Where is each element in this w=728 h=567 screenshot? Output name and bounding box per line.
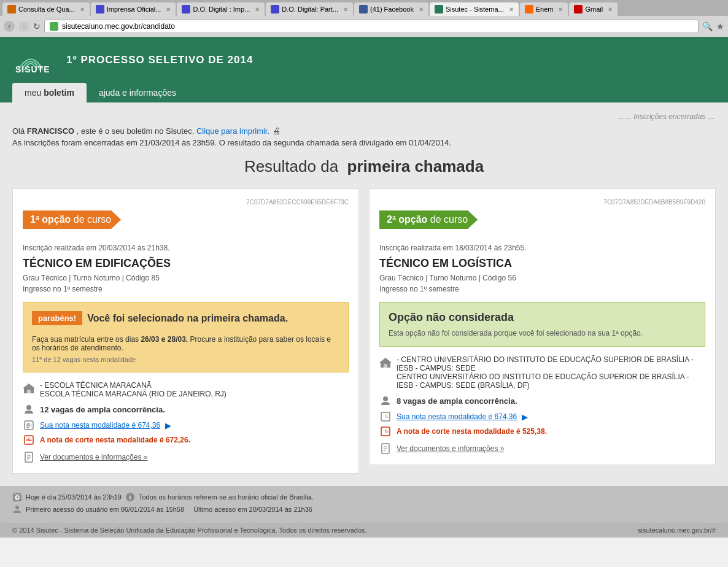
nav-tabs-bar: meu boletim ajuda e informações	[0, 83, 728, 102]
tab-icon-do2	[271, 5, 279, 14]
browser-nav-bar: ‹ › ↻ sisutecaluno.mec.gov.br/candidato …	[0, 16, 728, 37]
option1-nota-link[interactable]: Sua nota nesta modalidade é 674,36	[40, 421, 160, 430]
tab-label-enem: Enem	[536, 6, 554, 13]
tab-consulta[interactable]: Consulta de Qua... ✕	[2, 2, 90, 16]
option2-hash: 7C07D7A852DEDA6B8B5B9F9D420	[379, 199, 705, 206]
tab-do1[interactable]: D.O. Digital : Imp... ✕	[177, 2, 265, 16]
corte-icon-1	[23, 434, 35, 446]
option1-course-details: Grau Técnico | Turno Noturno | Código 85	[23, 274, 349, 282]
svg-point-13	[383, 396, 388, 401]
tab-close-sisutec[interactable]: ✕	[509, 6, 514, 13]
tab-ajuda[interactable]: ajuda e informações	[87, 83, 188, 102]
footer-bar: Hoje é dia 25/03/2014 às 23h19 i Todos o…	[0, 486, 728, 523]
doc-icon-2	[379, 442, 392, 455]
option1-selected-title: Você foi selecionado na primeira chamada…	[87, 313, 288, 324]
svg-marker-11	[379, 358, 392, 363]
result-highlight: primeira chamada	[347, 157, 484, 176]
primeiro-acesso-text: Primeiro acesso do usuário em 06/01/2014…	[26, 506, 184, 513]
tab-icon-consulta	[7, 5, 16, 14]
tab-sisutec[interactable]: Sisutec - Sistema... ✕	[430, 2, 519, 16]
browser-chrome: Consulta de Qua... ✕ Imprensa Oficial...…	[0, 0, 728, 37]
option2-corte-row: A nota de corte nesta modalidade é 525,3…	[379, 425, 705, 438]
zoom-icon[interactable]: 🔍	[702, 21, 713, 31]
tab-label-consulta: Consulta de Qua...	[18, 6, 75, 13]
tab-ajuda-label: ajuda e informações	[99, 88, 176, 98]
option1-badge: 1ª opção de curso	[23, 210, 121, 229]
alert-bar: ...... Inscrições encerradas ....	[12, 110, 716, 126]
tab-icon-sisutec	[435, 5, 443, 14]
option1-vagas-text: 12 vagas de ampla concorrência.	[40, 405, 165, 414]
user-icon-footer	[12, 504, 22, 514]
tab-close-do2[interactable]: ✕	[343, 6, 348, 13]
footer-bottom-inner: © 2014 Sisutec - Sistema de Seleção Unif…	[12, 526, 716, 534]
tab-label-imprensa: Imprensa Oficial...	[107, 6, 161, 13]
svg-rect-12	[384, 364, 387, 368]
tab-do2[interactable]: D.O. Digital: Part... ✕	[266, 2, 353, 16]
option1-school-name: - ESCOLA TÉCNICA MARACANÃ ESCOLA TÉCNICA…	[40, 381, 227, 398]
bookmark-icon[interactable]: ★	[716, 21, 724, 31]
print-link[interactable]: Clique para imprimir.	[196, 126, 269, 136]
tab-gmail[interactable]: Gmail ✕	[569, 2, 618, 16]
option2-column: 7C07D7A852DEDA6B8B5B9F9D420 2ª opção de …	[369, 188, 716, 474]
tab-close-consulta[interactable]: ✕	[80, 6, 85, 13]
svg-marker-2	[23, 384, 35, 388]
tab-close-facebook[interactable]: ✕	[419, 6, 424, 13]
address-bar[interactable]: sisutecaluno.mec.gov.br/candidato	[44, 20, 699, 33]
option1-course-semester: Ingresso no 1º semestre	[23, 285, 349, 293]
result-title: Resultado da primeira chamada	[12, 157, 716, 176]
option1-doc-link[interactable]: Ver documentos e informações »	[40, 453, 147, 461]
header-title-text: 1º PROCESSO SELETIVO DE 2014	[66, 54, 253, 66]
option1-parabens-badge: parabéns!	[32, 311, 82, 325]
option2-vagas-row: 8 vagas de ampla concorrência.	[379, 395, 705, 407]
nota-icon-2	[379, 411, 392, 423]
option1-status-box: parabéns! Você foi selecionado na primei…	[23, 302, 349, 372]
svg-rect-22	[18, 493, 20, 495]
option1-card: 7C07D7A852DECC899E65DE6F73C 1ª opção de …	[12, 188, 359, 474]
tab-close-gmail[interactable]: ✕	[608, 6, 613, 13]
tab-boletim-bold: boletim	[44, 88, 74, 98]
option1-hash: 7C07D7A852DECC899E65DE6F73C	[23, 199, 349, 206]
tab-icon-facebook	[359, 5, 368, 14]
svg-rect-21	[15, 493, 16, 495]
tab-close-enem[interactable]: ✕	[558, 6, 563, 13]
back-button[interactable]: ‹	[4, 21, 15, 32]
encerradas-text: ...... Inscrições encerradas ....	[619, 112, 716, 121]
option2-vagas-text: 8 vagas de ampla concorrência.	[397, 396, 517, 406]
option1-vagas-count: 11º de 12 vagas nesta modalidade	[32, 356, 339, 363]
footer-line-today: Hoje é dia 25/03/2014 às 23h19 i Todos o…	[12, 492, 716, 502]
welcome-text: Olá FRANCISCO , este é o seu boletim no …	[12, 126, 716, 136]
option2-doc-link[interactable]: Ver documentos e informações »	[397, 444, 504, 453]
option2-school-name: - CENTRO UNIVERSITÁRIO DO INSTITUTO DE E…	[397, 355, 705, 390]
tab-facebook[interactable]: (41) Facebook ✕	[354, 2, 428, 16]
option2-nota-link[interactable]: Sua nota nesta modalidade é 674,36	[397, 412, 517, 421]
tab-close-imprensa[interactable]: ✕	[166, 6, 171, 13]
logo-area: SISUTEC 1º PROCESSO SELETIVO DE 2014	[12, 45, 253, 74]
option1-vagas-row: 12 vagas de ampla concorrência.	[23, 403, 349, 415]
tab-enem[interactable]: Enem ✕	[520, 2, 568, 16]
today-text: Hoje é dia 25/03/2014 às 23h19	[26, 493, 122, 501]
svg-text:i: i	[130, 494, 131, 501]
tab-icon-gmail	[574, 5, 583, 14]
option2-badge-text: 2ª opção de curso	[387, 214, 468, 225]
welcome-prefix: Olá	[12, 126, 25, 136]
forward-button[interactable]: ›	[18, 21, 29, 32]
option2-nota-row: Sua nota nesta modalidade é 674,36 ▶	[379, 411, 705, 423]
tab-label-facebook: (41) Facebook	[370, 6, 414, 13]
welcome-mid: , este é o seu boletim no Sisutec.	[77, 126, 195, 136]
option1-course-name: TÉCNICO EM EDIFICAÇÕES	[23, 257, 349, 270]
logo: SISUTEC	[12, 45, 49, 74]
svg-point-4	[26, 405, 31, 410]
refresh-button[interactable]: ↻	[33, 21, 41, 31]
school-icon-2	[379, 357, 392, 369]
option1-inscription-date: Inscrição realizada em 20/03/2014 às 21h…	[23, 244, 349, 252]
tab-boletim[interactable]: meu boletim	[12, 83, 87, 102]
option1-corte-row: A nota de corte nesta modalidade é 672,2…	[23, 434, 349, 446]
option2-inscription-date: Inscrição realizada em 18/03/2014 às 23h…	[379, 244, 705, 252]
option2-badge: 2ª opção de curso	[379, 210, 478, 229]
option1-column: 7C07D7A852DECC899E65DE6F73C 1ª opção de …	[12, 188, 359, 474]
svg-rect-3	[27, 390, 31, 393]
tab-imprensa[interactable]: Imprensa Oficial... ✕	[91, 2, 176, 16]
option1-school-row: - ESCOLA TÉCNICA MARACANÃ ESCOLA TÉCNICA…	[23, 381, 349, 398]
tab-close-do1[interactable]: ✕	[255, 6, 260, 13]
option1-nota-arrow: ▶	[165, 421, 171, 430]
